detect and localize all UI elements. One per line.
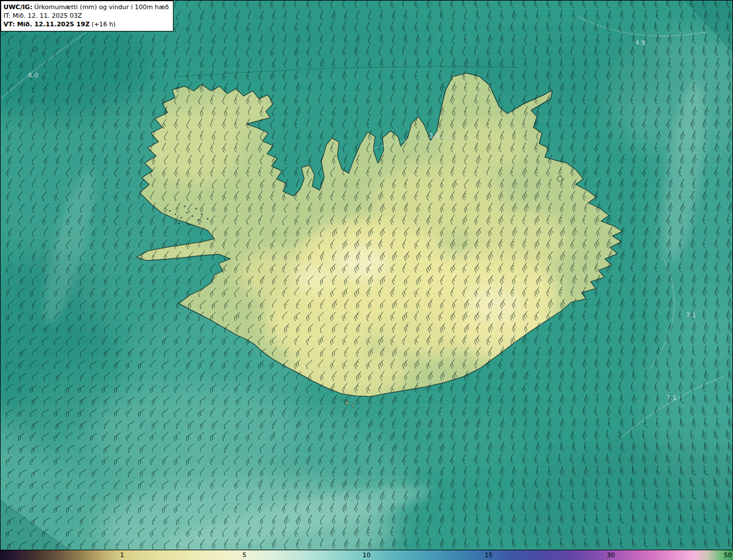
init-time-line: IT: Mið. 12. 11. 2025 03Z bbox=[3, 11, 169, 20]
map-canvas: UWC/IG:Úrkomumætti (mm) og vindur í 100m… bbox=[0, 0, 733, 550]
weather-map-page: UWC/IG:Úrkomumætti (mm) og vindur í 100m… bbox=[0, 0, 733, 560]
valid-offset: (+16 h) bbox=[92, 21, 116, 28]
forecast-info-box: UWC/IG:Úrkomumætti (mm) og vindur í 100m… bbox=[1, 1, 174, 31]
colorbar-tick-15: 15 bbox=[484, 551, 492, 559]
product-title: Úrkomumætti (mm) og vindur í 100m hæð bbox=[34, 3, 169, 11]
colorbar-tick-1: 1 bbox=[120, 551, 124, 559]
product-label: UWC/IG: bbox=[3, 3, 33, 11]
valid-time: VT: Mið. 12.11.2025 19Z bbox=[3, 21, 90, 28]
valid-time-line: VT: Mið. 12.11.2025 19Z(+16 h) bbox=[3, 20, 169, 29]
map-svg bbox=[1, 1, 732, 550]
colorbar-tick-30: 30 bbox=[607, 551, 615, 559]
colorbar-tick-10: 10 bbox=[362, 551, 371, 559]
colorbar: 1510153050 bbox=[0, 550, 733, 560]
colorbar-tick-50: 50 bbox=[724, 551, 732, 559]
product-title-line: UWC/IG:Úrkomumætti (mm) og vindur í 100m… bbox=[3, 3, 169, 11]
colorbar-ticks: 1510153050 bbox=[0, 550, 733, 560]
colorbar-tick-5: 5 bbox=[242, 551, 246, 559]
